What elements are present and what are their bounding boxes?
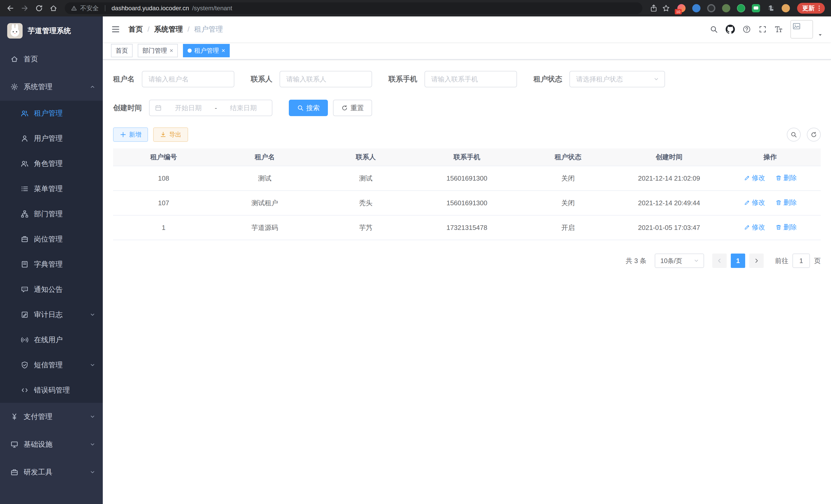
tenant-status-select[interactable]: 请选择租户状态 xyxy=(569,71,665,87)
filter-contact: 联系人 xyxy=(251,71,372,87)
main-area: 首页 / 系统管理 / 租户管理 首页 部门管理× xyxy=(103,17,831,504)
close-icon[interactable]: × xyxy=(222,48,225,54)
sidebar-item-online-user[interactable]: 在线用户 xyxy=(0,327,103,352)
extension-icon-5[interactable] xyxy=(737,4,745,12)
browser-menu-kebab-icon[interactable] xyxy=(815,5,823,12)
sidebar-item-post[interactable]: 岗位管理 xyxy=(0,227,103,252)
edit-button[interactable]: 修改 xyxy=(744,173,765,182)
prev-page-button[interactable] xyxy=(712,254,727,268)
extension-icon-2[interactable] xyxy=(692,4,700,12)
sidebar-item-infra[interactable]: 基础设施 xyxy=(0,431,103,458)
chevron-down-icon xyxy=(89,469,95,475)
address-bar[interactable]: 不安全 dashboard.yudao.iocoder.cn/system/te… xyxy=(65,2,642,14)
chevron-left-icon xyxy=(716,258,722,264)
edit-button[interactable]: 修改 xyxy=(744,198,765,207)
browser-home-icon[interactable] xyxy=(49,4,58,12)
sidebar-item-error-code[interactable]: 错误码管理 xyxy=(0,378,103,403)
top-navbar: 首页 / 系统管理 / 租户管理 xyxy=(103,17,831,42)
logo-rabbit-avatar xyxy=(7,23,23,38)
phone-input[interactable] xyxy=(425,71,517,87)
browser-forward-icon[interactable] xyxy=(21,4,29,12)
sidebar-item-role[interactable]: 角色管理 xyxy=(0,151,103,176)
show-search-button[interactable] xyxy=(787,128,801,142)
chrome-update-button[interactable]: 更新 xyxy=(797,3,825,13)
fullscreen-icon[interactable] xyxy=(758,25,767,33)
extension-icon-1[interactable]: 10 xyxy=(677,4,686,12)
tab-dept[interactable]: 部门管理× xyxy=(138,44,178,57)
close-icon[interactable]: × xyxy=(170,48,173,54)
contact-label: 联系人 xyxy=(251,74,273,84)
help-question-icon[interactable] xyxy=(743,25,751,33)
sidebar: 芋道管理系统 首页 系统管理 租户管理 用户管理 角色管理 菜单管理 部门管理 … xyxy=(0,17,103,504)
refresh-table-button[interactable] xyxy=(807,128,821,142)
trash-icon xyxy=(775,175,782,181)
share-icon[interactable] xyxy=(650,4,658,12)
edit-pencil-icon xyxy=(744,224,750,231)
col-phone: 联系手机 xyxy=(416,148,517,166)
github-icon[interactable] xyxy=(726,25,735,34)
browser-profile-avatar[interactable] xyxy=(782,4,790,12)
tenant-name-label: 租户名 xyxy=(113,74,135,84)
filter-status: 租户状态 请选择租户状态 xyxy=(534,71,665,87)
sidebar-item-tenant[interactable]: 租户管理 xyxy=(0,101,103,126)
font-size-icon[interactable] xyxy=(774,25,783,33)
sidebar-item-system[interactable]: 系统管理 xyxy=(0,73,103,101)
breadcrumb-separator: / xyxy=(188,25,190,33)
tab-home[interactable]: 首页 xyxy=(111,44,133,57)
delete-button[interactable]: 删除 xyxy=(775,198,797,207)
sidebar-item-menu[interactable]: 菜单管理 xyxy=(0,176,103,201)
create-time-range-picker[interactable]: 开始日期 - 结束日期 xyxy=(149,100,273,116)
calendar-icon xyxy=(155,104,162,112)
cell-tenant-id: 108 xyxy=(113,166,214,190)
breadcrumb-home[interactable]: 首页 xyxy=(128,24,143,34)
page-size-select[interactable]: 10条/页 xyxy=(655,254,704,268)
add-button[interactable]: 新增 xyxy=(113,127,148,142)
bookmark-star-icon[interactable] xyxy=(662,4,670,12)
export-button[interactable]: 导出 xyxy=(153,127,188,142)
edit-pencil-icon xyxy=(744,199,750,206)
extension-icon-4[interactable] xyxy=(722,4,730,12)
goto-page-input[interactable] xyxy=(793,254,810,268)
user-avatar[interactable] xyxy=(791,20,813,38)
sidebar-item-dept[interactable]: 部门管理 xyxy=(0,201,103,227)
reset-button[interactable]: 重置 xyxy=(333,100,372,116)
tenant-name-input[interactable] xyxy=(142,71,234,87)
delete-button[interactable]: 删除 xyxy=(775,223,797,232)
sidebar-item-dev-tools[interactable]: 研发工具 xyxy=(0,458,103,486)
chevron-down-icon xyxy=(89,441,95,447)
browser-reload-icon[interactable] xyxy=(35,4,43,12)
url-host: dashboard.yudao.iocoder.cn xyxy=(112,5,189,12)
sidebar-item-dict[interactable]: 字典管理 xyxy=(0,252,103,277)
sidebar-toggle-button[interactable] xyxy=(111,25,120,34)
next-page-button[interactable] xyxy=(749,254,764,268)
sidebar-item-payment[interactable]: 支付管理 xyxy=(0,403,103,431)
browser-nav-buttons xyxy=(6,4,58,12)
extension-icon-6[interactable] xyxy=(752,4,760,12)
current-page-button[interactable]: 1 xyxy=(731,254,745,268)
sidebar-menu: 首页 系统管理 租户管理 用户管理 角色管理 菜单管理 部门管理 岗位管理 字典… xyxy=(0,45,103,504)
edit-button[interactable]: 修改 xyxy=(744,223,765,232)
contact-input[interactable] xyxy=(280,71,372,87)
tenant-table: 租户编号 租户名 联系人 联系手机 租户状态 创建时间 操作 108 测试 xyxy=(113,148,821,240)
sidebar-item-notice[interactable]: 通知公告 xyxy=(0,277,103,302)
security-label: 不安全 xyxy=(80,4,99,12)
search-icon[interactable] xyxy=(710,25,718,33)
sidebar-item-audit-log[interactable]: 审计日志 xyxy=(0,302,103,327)
extensions-puzzle-icon[interactable] xyxy=(767,4,775,12)
shield-icon xyxy=(21,361,29,369)
start-date-placeholder[interactable]: 开始日期 xyxy=(165,103,212,113)
tab-tenant[interactable]: 租户管理× xyxy=(183,44,230,57)
pagination: 共 3 条 10条/页 1 前往 页 xyxy=(113,254,821,268)
sidebar-item-home[interactable]: 首页 xyxy=(0,45,103,73)
search-button[interactable]: 搜索 xyxy=(289,100,328,116)
app-logo: 芋道管理系统 xyxy=(0,17,103,45)
code-icon xyxy=(21,386,29,394)
end-date-placeholder[interactable]: 结束日期 xyxy=(220,103,267,113)
extension-icon-3[interactable] xyxy=(707,4,715,12)
browser-back-icon[interactable] xyxy=(6,4,15,12)
avatar-caret-down-icon[interactable] xyxy=(818,32,823,37)
sidebar-item-sms[interactable]: 短信管理 xyxy=(0,352,103,378)
breadcrumb-system[interactable]: 系统管理 xyxy=(154,24,183,34)
delete-button[interactable]: 删除 xyxy=(775,173,797,182)
sidebar-item-user[interactable]: 用户管理 xyxy=(0,126,103,151)
